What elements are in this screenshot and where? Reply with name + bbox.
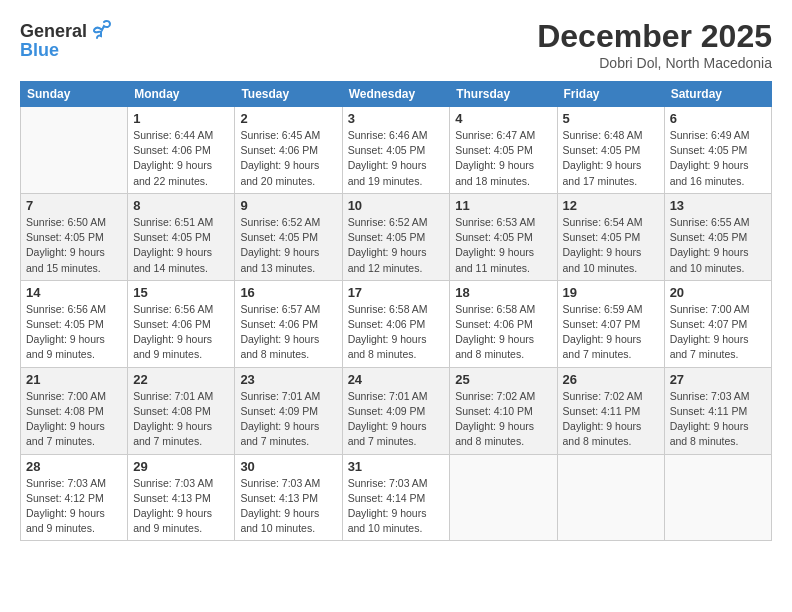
calendar-cell: 24Sunrise: 7:01 AMSunset: 4:09 PMDayligh… bbox=[342, 367, 450, 454]
calendar-cell: 10Sunrise: 6:52 AMSunset: 4:05 PMDayligh… bbox=[342, 193, 450, 280]
day-info: Sunrise: 6:56 AMSunset: 4:06 PMDaylight:… bbox=[133, 302, 229, 363]
calendar-cell: 27Sunrise: 7:03 AMSunset: 4:11 PMDayligh… bbox=[664, 367, 771, 454]
day-info: Sunrise: 7:03 AMSunset: 4:12 PMDaylight:… bbox=[26, 476, 122, 537]
calendar-cell bbox=[450, 454, 557, 541]
calendar-week-row: 14Sunrise: 6:56 AMSunset: 4:05 PMDayligh… bbox=[21, 280, 772, 367]
calendar-cell bbox=[664, 454, 771, 541]
day-number: 8 bbox=[133, 198, 229, 213]
day-number: 13 bbox=[670, 198, 766, 213]
day-info: Sunrise: 6:56 AMSunset: 4:05 PMDaylight:… bbox=[26, 302, 122, 363]
day-info: Sunrise: 6:57 AMSunset: 4:06 PMDaylight:… bbox=[240, 302, 336, 363]
calendar-cell: 6Sunrise: 6:49 AMSunset: 4:05 PMDaylight… bbox=[664, 107, 771, 194]
day-info: Sunrise: 7:01 AMSunset: 4:08 PMDaylight:… bbox=[133, 389, 229, 450]
day-number: 20 bbox=[670, 285, 766, 300]
day-info: Sunrise: 6:48 AMSunset: 4:05 PMDaylight:… bbox=[563, 128, 659, 189]
calendar-cell: 20Sunrise: 7:00 AMSunset: 4:07 PMDayligh… bbox=[664, 280, 771, 367]
day-number: 29 bbox=[133, 459, 229, 474]
header-tuesday: Tuesday bbox=[235, 82, 342, 107]
calendar-cell: 16Sunrise: 6:57 AMSunset: 4:06 PMDayligh… bbox=[235, 280, 342, 367]
day-number: 9 bbox=[240, 198, 336, 213]
day-info: Sunrise: 7:00 AMSunset: 4:08 PMDaylight:… bbox=[26, 389, 122, 450]
day-number: 25 bbox=[455, 372, 551, 387]
day-number: 28 bbox=[26, 459, 122, 474]
header-monday: Monday bbox=[128, 82, 235, 107]
day-number: 19 bbox=[563, 285, 659, 300]
calendar-cell: 21Sunrise: 7:00 AMSunset: 4:08 PMDayligh… bbox=[21, 367, 128, 454]
day-info: Sunrise: 6:55 AMSunset: 4:05 PMDaylight:… bbox=[670, 215, 766, 276]
day-number: 30 bbox=[240, 459, 336, 474]
calendar-week-row: 28Sunrise: 7:03 AMSunset: 4:12 PMDayligh… bbox=[21, 454, 772, 541]
calendar-cell: 19Sunrise: 6:59 AMSunset: 4:07 PMDayligh… bbox=[557, 280, 664, 367]
day-info: Sunrise: 7:01 AMSunset: 4:09 PMDaylight:… bbox=[348, 389, 445, 450]
calendar-cell: 26Sunrise: 7:02 AMSunset: 4:11 PMDayligh… bbox=[557, 367, 664, 454]
day-info: Sunrise: 7:02 AMSunset: 4:10 PMDaylight:… bbox=[455, 389, 551, 450]
calendar-cell: 9Sunrise: 6:52 AMSunset: 4:05 PMDaylight… bbox=[235, 193, 342, 280]
day-number: 10 bbox=[348, 198, 445, 213]
day-number: 15 bbox=[133, 285, 229, 300]
day-info: Sunrise: 6:47 AMSunset: 4:05 PMDaylight:… bbox=[455, 128, 551, 189]
day-info: Sunrise: 6:58 AMSunset: 4:06 PMDaylight:… bbox=[348, 302, 445, 363]
day-info: Sunrise: 6:53 AMSunset: 4:05 PMDaylight:… bbox=[455, 215, 551, 276]
day-info: Sunrise: 6:52 AMSunset: 4:05 PMDaylight:… bbox=[348, 215, 445, 276]
day-info: Sunrise: 6:51 AMSunset: 4:05 PMDaylight:… bbox=[133, 215, 229, 276]
logo-general: General bbox=[20, 21, 87, 42]
logo: General Blue bbox=[20, 18, 112, 61]
day-number: 11 bbox=[455, 198, 551, 213]
day-number: 23 bbox=[240, 372, 336, 387]
day-number: 5 bbox=[563, 111, 659, 126]
day-number: 14 bbox=[26, 285, 122, 300]
calendar-cell: 17Sunrise: 6:58 AMSunset: 4:06 PMDayligh… bbox=[342, 280, 450, 367]
day-number: 17 bbox=[348, 285, 445, 300]
day-info: Sunrise: 6:44 AMSunset: 4:06 PMDaylight:… bbox=[133, 128, 229, 189]
calendar-header-row: Sunday Monday Tuesday Wednesday Thursday… bbox=[21, 82, 772, 107]
day-number: 16 bbox=[240, 285, 336, 300]
calendar-cell: 22Sunrise: 7:01 AMSunset: 4:08 PMDayligh… bbox=[128, 367, 235, 454]
logo-bird-icon bbox=[90, 18, 112, 40]
day-info: Sunrise: 6:58 AMSunset: 4:06 PMDaylight:… bbox=[455, 302, 551, 363]
calendar-cell: 28Sunrise: 7:03 AMSunset: 4:12 PMDayligh… bbox=[21, 454, 128, 541]
calendar-week-row: 21Sunrise: 7:00 AMSunset: 4:08 PMDayligh… bbox=[21, 367, 772, 454]
calendar-cell: 3Sunrise: 6:46 AMSunset: 4:05 PMDaylight… bbox=[342, 107, 450, 194]
day-number: 1 bbox=[133, 111, 229, 126]
day-info: Sunrise: 6:50 AMSunset: 4:05 PMDaylight:… bbox=[26, 215, 122, 276]
calendar-week-row: 7Sunrise: 6:50 AMSunset: 4:05 PMDaylight… bbox=[21, 193, 772, 280]
calendar-cell: 12Sunrise: 6:54 AMSunset: 4:05 PMDayligh… bbox=[557, 193, 664, 280]
page-container: General Blue December 2025 Dobri Dol, No… bbox=[0, 0, 792, 551]
calendar-cell: 25Sunrise: 7:02 AMSunset: 4:10 PMDayligh… bbox=[450, 367, 557, 454]
calendar-cell: 31Sunrise: 7:03 AMSunset: 4:14 PMDayligh… bbox=[342, 454, 450, 541]
day-number: 31 bbox=[348, 459, 445, 474]
calendar-cell: 15Sunrise: 6:56 AMSunset: 4:06 PMDayligh… bbox=[128, 280, 235, 367]
month-title: December 2025 bbox=[537, 18, 772, 55]
day-number: 21 bbox=[26, 372, 122, 387]
calendar-cell: 2Sunrise: 6:45 AMSunset: 4:06 PMDaylight… bbox=[235, 107, 342, 194]
day-number: 22 bbox=[133, 372, 229, 387]
logo-blue: Blue bbox=[20, 40, 59, 61]
day-number: 6 bbox=[670, 111, 766, 126]
day-number: 3 bbox=[348, 111, 445, 126]
day-info: Sunrise: 6:46 AMSunset: 4:05 PMDaylight:… bbox=[348, 128, 445, 189]
calendar-cell: 1Sunrise: 6:44 AMSunset: 4:06 PMDaylight… bbox=[128, 107, 235, 194]
calendar-cell bbox=[557, 454, 664, 541]
header-row: General Blue December 2025 Dobri Dol, No… bbox=[20, 18, 772, 71]
header-sunday: Sunday bbox=[21, 82, 128, 107]
day-info: Sunrise: 6:45 AMSunset: 4:06 PMDaylight:… bbox=[240, 128, 336, 189]
calendar-cell: 8Sunrise: 6:51 AMSunset: 4:05 PMDaylight… bbox=[128, 193, 235, 280]
day-number: 7 bbox=[26, 198, 122, 213]
header-saturday: Saturday bbox=[664, 82, 771, 107]
calendar-cell: 30Sunrise: 7:03 AMSunset: 4:13 PMDayligh… bbox=[235, 454, 342, 541]
location: Dobri Dol, North Macedonia bbox=[537, 55, 772, 71]
day-number: 26 bbox=[563, 372, 659, 387]
calendar-cell: 18Sunrise: 6:58 AMSunset: 4:06 PMDayligh… bbox=[450, 280, 557, 367]
day-info: Sunrise: 6:49 AMSunset: 4:05 PMDaylight:… bbox=[670, 128, 766, 189]
day-number: 18 bbox=[455, 285, 551, 300]
day-info: Sunrise: 7:03 AMSunset: 4:13 PMDaylight:… bbox=[240, 476, 336, 537]
calendar-table: Sunday Monday Tuesday Wednesday Thursday… bbox=[20, 81, 772, 541]
day-info: Sunrise: 6:54 AMSunset: 4:05 PMDaylight:… bbox=[563, 215, 659, 276]
calendar-cell: 29Sunrise: 7:03 AMSunset: 4:13 PMDayligh… bbox=[128, 454, 235, 541]
day-info: Sunrise: 7:00 AMSunset: 4:07 PMDaylight:… bbox=[670, 302, 766, 363]
calendar-cell: 13Sunrise: 6:55 AMSunset: 4:05 PMDayligh… bbox=[664, 193, 771, 280]
day-info: Sunrise: 7:03 AMSunset: 4:11 PMDaylight:… bbox=[670, 389, 766, 450]
day-info: Sunrise: 7:02 AMSunset: 4:11 PMDaylight:… bbox=[563, 389, 659, 450]
calendar-cell: 4Sunrise: 6:47 AMSunset: 4:05 PMDaylight… bbox=[450, 107, 557, 194]
title-block: December 2025 Dobri Dol, North Macedonia bbox=[537, 18, 772, 71]
